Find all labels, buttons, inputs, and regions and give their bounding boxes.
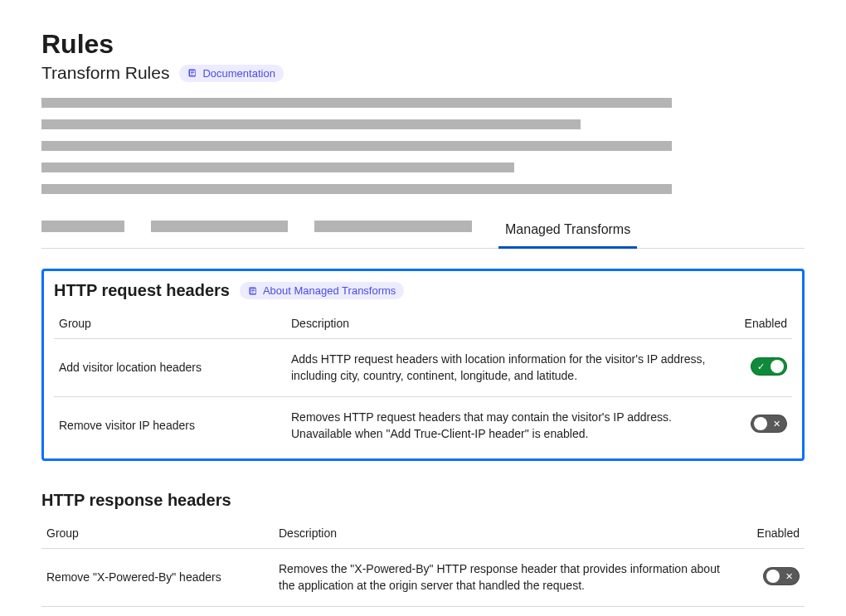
request-headers-highlight: HTTP request headers About Managed Trans…	[41, 269, 805, 461]
subtitle-row: Transform Rules Documentation	[41, 63, 805, 83]
row-group: Add visitor location headers	[54, 339, 286, 397]
tab-managed-transforms[interactable]: Managed Transforms	[498, 214, 637, 249]
request-headers-table: Group Description Enabled Add visitor lo…	[54, 310, 792, 454]
book-icon	[187, 68, 197, 78]
toggle-knob	[766, 570, 780, 583]
section-header: HTTP request headers About Managed Trans…	[54, 281, 792, 300]
x-icon: ✕	[785, 570, 793, 581]
response-headers-section: HTTP response headers Group Description …	[41, 491, 805, 616]
toggle-knob	[771, 360, 784, 373]
toggle-remove-visitor-ip-headers[interactable]: ✕	[751, 415, 787, 433]
documentation-link-label: Documentation	[202, 67, 275, 80]
row-description: Removes HTTP request headers that may co…	[286, 396, 726, 454]
about-managed-transforms-link[interactable]: About Managed Transforms	[240, 282, 404, 299]
column-group: Group	[54, 310, 286, 339]
column-enabled: Enabled	[738, 520, 805, 549]
skeleton-line	[41, 141, 672, 151]
response-headers-title: HTTP response headers	[41, 491, 231, 510]
column-description: Description	[274, 520, 738, 549]
toggle-remove-x-powered-by[interactable]: ✕	[763, 567, 800, 585]
response-headers-table: Group Description Enabled Remove "X-Powe…	[41, 520, 805, 616]
about-link-label: About Managed Transforms	[263, 284, 396, 297]
description-placeholder	[41, 98, 805, 194]
toggle-add-visitor-location-headers[interactable]: ✓	[751, 357, 787, 376]
table-row: Remove visitor IP headers Removes HTTP r…	[54, 396, 792, 454]
subtitle: Transform Rules	[41, 63, 169, 83]
skeleton-line	[41, 119, 581, 129]
page-title: Rules	[41, 29, 805, 60]
tab-placeholder[interactable]	[151, 221, 288, 232]
row-description: Removes the "X-Powered-By" HTTP response…	[274, 549, 738, 607]
documentation-link[interactable]: Documentation	[179, 65, 283, 82]
check-icon: ✓	[757, 361, 765, 371]
row-group: Add security headers	[41, 606, 274, 616]
tab-placeholder[interactable]	[314, 221, 472, 232]
tab-placeholder[interactable]	[41, 221, 124, 232]
x-icon: ✕	[773, 419, 780, 429]
section-header: HTTP response headers	[41, 491, 805, 510]
skeleton-line	[41, 184, 672, 194]
skeleton-line	[41, 162, 514, 172]
row-description: Adds HTTP request headers with location …	[286, 339, 726, 397]
book-icon	[248, 286, 258, 296]
table-row: Add visitor location headers Adds HTTP r…	[54, 339, 792, 397]
column-enabled: Enabled	[726, 310, 792, 339]
request-headers-title: HTTP request headers	[54, 281, 230, 300]
table-row: Add security headers Adds several securi…	[41, 606, 805, 616]
toggle-knob	[754, 417, 767, 430]
column-group: Group	[41, 520, 274, 549]
row-description: Adds several security-related HTTP respo…	[274, 606, 738, 616]
table-row: Remove "X-Powered-By" headers Removes th…	[41, 549, 805, 607]
tabs: Managed Transforms	[41, 214, 805, 249]
row-group: Remove "X-Powered-By" headers	[41, 549, 274, 607]
column-description: Description	[286, 310, 726, 339]
skeleton-line	[41, 98, 672, 108]
row-group: Remove visitor IP headers	[54, 396, 286, 454]
